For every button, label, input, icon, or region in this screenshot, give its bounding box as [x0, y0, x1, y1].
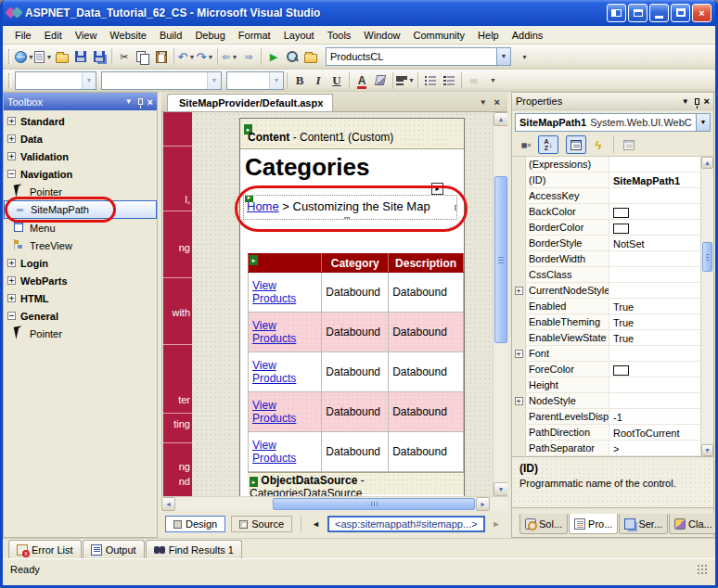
bold-button[interactable]: B — [290, 70, 309, 90]
toolbar-options-button[interactable]: ▼ — [515, 47, 533, 67]
menu-build[interactable]: Build — [153, 28, 188, 43]
font-name-combobox[interactable]: ▼ — [101, 71, 222, 90]
editor-horizontal-scrollbar[interactable]: ◄ ► — [161, 496, 507, 511]
menu-tools[interactable]: Tools — [321, 28, 358, 43]
scroll-up-icon[interactable]: ▲ — [701, 157, 713, 169]
toolbox-group-general[interactable]: −General — [4, 307, 157, 325]
alphabetical-button[interactable]: AZ↓ — [538, 135, 558, 154]
tab-properties[interactable]: Pro... — [569, 514, 618, 534]
navigate-forward-button[interactable]: ⇒ — [239, 47, 258, 67]
property-row-enabled[interactable]: EnabledTrue — [512, 299, 713, 314]
view-products-link[interactable]: View Products — [252, 279, 296, 305]
close-icon[interactable]: × — [147, 96, 153, 108]
italic-button[interactable]: I — [309, 70, 327, 90]
navigate-backward-button[interactable]: ⇐▼ — [221, 47, 239, 67]
align-button[interactable]: ▼ — [396, 70, 415, 90]
property-row-enableviewstate[interactable]: EnableViewStateTrue — [512, 330, 713, 346]
toolbox-group-navigation[interactable]: −Navigation — [4, 165, 157, 183]
toolbox-group-login[interactable]: +Login — [4, 254, 157, 272]
new-website-button[interactable]: ▼ — [15, 47, 34, 67]
property-row-cssclass[interactable]: CssClass — [512, 267, 713, 283]
view-products-link[interactable]: View Products — [252, 399, 296, 425]
property-row-borderstyle[interactable]: BorderStyleNotSet — [512, 236, 713, 251]
properties-header[interactable]: Properties ▼ × — [512, 93, 713, 110]
toolbox-group-webparts[interactable]: +WebParts — [4, 272, 157, 289]
property-row-forecolor[interactable]: ForeColor — [512, 362, 713, 377]
toolbox-group-data[interactable]: +Data — [4, 130, 157, 147]
categorized-button[interactable]: ▦≡ — [516, 135, 536, 154]
combo-dropdown-icon[interactable]: ▼ — [696, 114, 710, 131]
property-row-expressions[interactable]: (Expressions) — [512, 157, 713, 173]
resize-grip[interactable] — [697, 564, 708, 575]
properties-view-button[interactable] — [566, 135, 586, 154]
numbered-list-button[interactable] — [440, 70, 458, 90]
menu-format[interactable]: Format — [232, 28, 277, 43]
property-row-enabletheming[interactable]: EnableThemingTrue — [512, 314, 713, 330]
tab-class-view[interactable]: Cla... — [669, 514, 718, 534]
auto-hide-pin-icon[interactable] — [695, 98, 699, 105]
editor-vertical-scrollbar[interactable]: ▲ ▼ — [493, 112, 507, 496]
toolbar-options-button[interactable]: ▼ — [483, 70, 502, 90]
property-row-height[interactable]: Height — [512, 377, 713, 393]
menu-addins[interactable]: Addins — [506, 28, 550, 43]
sitemappath-control[interactable]: ▸ Home > Customizing the Site Map — [243, 195, 457, 220]
property-row-currentnodestyle[interactable]: +CurrentNodeStyle — [512, 283, 713, 299]
property-row-bordercolor[interactable]: BorderColor — [512, 220, 713, 236]
target-rule-combobox[interactable]: ▼ — [15, 71, 96, 90]
start-debug-button[interactable]: ▶ — [264, 47, 283, 67]
property-row-accesskey[interactable]: AccessKey — [512, 188, 713, 204]
preview-browser-button[interactable] — [283, 47, 301, 67]
property-row-backcolor[interactable]: BackColor — [512, 204, 713, 220]
close-icon[interactable]: × — [704, 96, 710, 107]
source-view-button[interactable]: Source — [231, 516, 292, 532]
scroll-left-icon[interactable]: ◄ — [161, 497, 175, 511]
objectdatasource-control[interactable]: ▸ ObjectDataSource - CategoriesDataSourc… — [248, 472, 464, 494]
expand-icon[interactable]: + — [7, 276, 16, 285]
property-row-nodestyle[interactable]: +NodeStyle — [512, 393, 713, 409]
toolbox-item-sitemappath[interactable]: »»SiteMapPath — [4, 200, 157, 219]
menu-debug[interactable]: Debug — [188, 28, 231, 43]
close-document-icon[interactable]: × — [494, 96, 500, 108]
window-position-icon[interactable]: ▼ — [682, 97, 689, 106]
dock-button[interactable] — [628, 4, 647, 22]
toolbox-item-menu[interactable]: Menu — [4, 219, 157, 236]
bullet-list-button[interactable] — [421, 70, 440, 90]
resize-handle[interactable] — [455, 205, 457, 211]
toolbox-group-validation[interactable]: +Validation — [4, 147, 157, 165]
view-products-link[interactable]: View Products — [252, 359, 296, 385]
tab-solution-explorer[interactable]: Sol... — [519, 514, 568, 534]
open-file-button[interactable] — [53, 47, 71, 67]
expand-icon[interactable]: + — [7, 117, 16, 125]
property-row-parentlevelsdisplayed[interactable]: ParentLevelsDispl-1 — [512, 409, 713, 425]
tab-server-explorer[interactable]: Ser... — [619, 514, 668, 534]
design-view-button[interactable]: Design — [165, 516, 225, 532]
save-button[interactable] — [71, 47, 90, 67]
collapse-icon[interactable]: − — [7, 312, 16, 320]
minimize-button[interactable] — [649, 4, 669, 22]
scroll-up-icon[interactable]: ▲ — [494, 112, 507, 126]
menu-view[interactable]: View — [69, 28, 104, 43]
collapse-icon[interactable]: − — [7, 170, 16, 178]
auto-hide-pin-icon[interactable] — [138, 98, 143, 105]
redo-button[interactable]: ↷▼ — [196, 47, 214, 67]
object-selector-combobox[interactable]: SiteMapPath1 System.Web.UI.WebC ▼ — [515, 113, 711, 132]
toolbar-grip[interactable] — [8, 73, 11, 88]
menu-website[interactable]: Website — [103, 28, 153, 43]
paste-button[interactable] — [152, 47, 171, 67]
save-all-button[interactable] — [90, 47, 109, 67]
view-products-link[interactable]: View Products — [252, 439, 296, 465]
smart-tag-button[interactable]: ▸ — [431, 183, 443, 195]
highlight-button[interactable] — [371, 70, 390, 90]
tab-find-results[interactable]: Find Results 1 — [146, 540, 242, 558]
tag-navigator-current[interactable]: <asp:sitemappath#sitemapp...> — [327, 516, 484, 532]
undo-button[interactable]: ↶▼ — [177, 47, 196, 67]
expand-icon[interactable]: + — [7, 259, 16, 267]
content-placeholder[interactable]: ▸ Content - Content1 (Custom) Categories… — [239, 118, 465, 496]
menu-help[interactable]: Help — [471, 28, 506, 43]
expand-icon[interactable]: + — [515, 350, 523, 358]
menu-edit[interactable]: Edit — [38, 28, 69, 43]
events-button[interactable]: ϟ — [588, 135, 609, 154]
tag-navigator-left-icon[interactable]: ◄ — [310, 519, 322, 529]
scrollbar-thumb[interactable] — [702, 242, 712, 272]
underline-button[interactable]: U — [327, 70, 346, 90]
